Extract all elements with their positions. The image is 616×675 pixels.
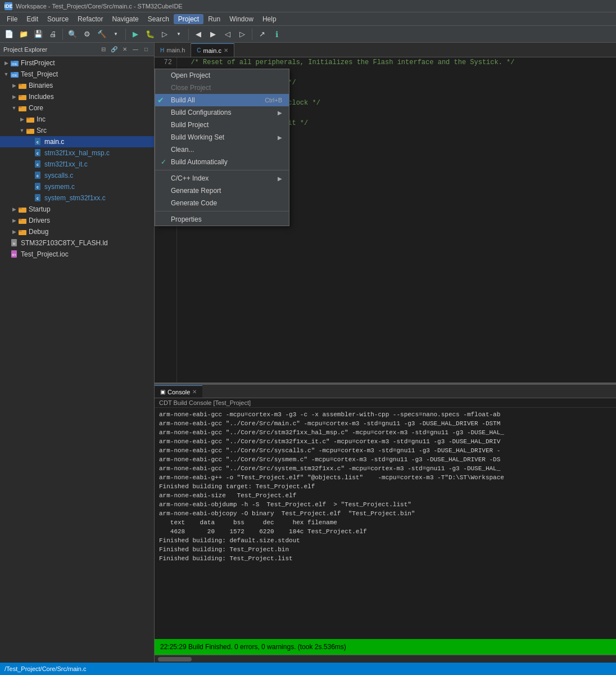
menu-item-source[interactable]: Source — [43, 14, 73, 24]
tree-arrow-icon[interactable]: ▶ — [2, 59, 10, 67]
tree-item[interactable]: ▶Binaries — [0, 80, 154, 91]
toolbar-nav-fwd2[interactable]: ▷ — [235, 28, 249, 41]
tree-arrow-icon[interactable] — [26, 183, 34, 191]
tree-arrow-icon[interactable]: ▶ — [10, 93, 18, 101]
toolbar-debug[interactable]: 🐛 — [143, 28, 157, 41]
console-tab-main[interactable]: ▣ Console ✕ — [155, 385, 202, 398]
tab-main-h[interactable]: H main.h — [155, 43, 191, 57]
toolbar-run2-arrow[interactable]: ▼ — [172, 28, 185, 41]
tree-arrow-icon[interactable]: ▼ — [10, 104, 18, 112]
tree-item[interactable]: ▶Startup — [0, 204, 154, 215]
menu-item-build-automatically[interactable]: ✓Build Automatically — [155, 156, 289, 168]
menu-item-build-working-set[interactable]: Build Working Set▶ — [155, 131, 289, 143]
menu-item-help[interactable]: Help — [258, 14, 281, 24]
scroll-thumb[interactable] — [158, 657, 192, 662]
tree-arrow-icon[interactable] — [26, 172, 34, 179]
tree-item[interactable]: ▶Debug — [0, 226, 154, 237]
tree-item[interactable]: cmain.c — [0, 136, 154, 147]
toolbar-nav-fwd[interactable]: ▶ — [206, 28, 220, 41]
svg-text:IDE: IDE — [12, 74, 17, 77]
tree-arrow-icon[interactable] — [26, 194, 34, 202]
tree-arrow-icon[interactable] — [2, 250, 10, 258]
tree-arrow-icon[interactable] — [26, 138, 34, 146]
tree-arrow-icon[interactable] — [26, 160, 34, 168]
menu-item-edit[interactable]: Edit — [22, 14, 43, 24]
console-line: arm-none-eabi-g++ -o "Test_Project.elf" … — [159, 473, 612, 482]
toolbar-settings[interactable]: ⚙ — [80, 28, 94, 41]
sidebar-maximize[interactable]: □ — [142, 45, 151, 54]
menu-item-refactor[interactable]: Refactor — [73, 14, 107, 24]
toolbar-nav-back2[interactable]: ◁ — [221, 28, 234, 41]
tree-item[interactable]: cstm32f1xx_it.c — [0, 159, 154, 170]
sidebar-minimize[interactable]: — — [131, 45, 140, 54]
toolbar-open[interactable]: 📁 — [17, 28, 30, 41]
tree-item[interactable]: ▶Includes — [0, 91, 154, 102]
toolbar-nav-back[interactable]: ◀ — [192, 28, 205, 41]
tree-item[interactable]: csystem_stm32f1xx.c — [0, 192, 154, 204]
line-number: 72 — [159, 57, 172, 68]
tree-item[interactable]: cstm32f1xx_hal_msp.c — [0, 147, 154, 159]
horizontal-scrollbar[interactable] — [155, 655, 616, 663]
tree-item[interactable]: ▼Core — [0, 102, 154, 114]
sidebar-collapse-all[interactable]: ⊟ — [99, 45, 108, 54]
tree-item[interactable]: ldSTM32F103C8TX_FLASH.ld — [0, 237, 154, 249]
menu-item-file[interactable]: File — [2, 14, 22, 24]
tree-item[interactable]: ▼IDETest_Project — [0, 69, 154, 80]
tree-label: Core — [29, 104, 43, 112]
menu-item-window[interactable]: Window — [225, 14, 258, 24]
toolbar-print[interactable]: 🖨 — [46, 28, 60, 41]
tree-item[interactable]: csysmem.c — [0, 181, 154, 192]
console-panel: ▣ Console ✕ CDT Build Console [Test_Proj… — [155, 385, 616, 655]
tree-arrow-icon[interactable]: ▶ — [10, 82, 18, 89]
toolbar-hammer-arrow[interactable]: ▼ — [109, 28, 123, 41]
tree-item[interactable]: ▶IDEFirstProject — [0, 57, 154, 69]
checkmark-icon: ✓ — [161, 158, 166, 166]
menu-item-run[interactable]: Run — [203, 14, 225, 24]
tree-item[interactable]: ▶Inc — [0, 114, 154, 125]
tree-arrow-icon[interactable] — [2, 239, 10, 247]
tree-item[interactable]: ▶Drivers — [0, 215, 154, 226]
menu-item-label: Close Project — [171, 84, 211, 92]
tree-arrow-icon[interactable]: ▶ — [10, 217, 18, 224]
tree-item[interactable]: ▼Src — [0, 125, 154, 136]
tree-item[interactable]: csyscalls.c — [0, 170, 154, 181]
menu-item-c/c++-index[interactable]: C/C++ Index▶ — [155, 172, 289, 184]
menu-item-build-project[interactable]: Build Project — [155, 119, 289, 131]
toolbar-hammer[interactable]: 🔨 — [95, 28, 108, 41]
tree-arrow-icon[interactable]: ▶ — [10, 228, 18, 236]
tab-main-c-close[interactable]: ✕ — [224, 47, 228, 53]
toolbar-export[interactable]: ↗ — [255, 28, 269, 41]
toolbar-run[interactable]: ▶ — [129, 28, 142, 41]
ide-icon: IDE — [4, 2, 12, 10]
menu-item-label: Build All — [171, 96, 195, 104]
sidebar-link-editor[interactable]: 🔗 — [110, 45, 119, 54]
toolbar-run2[interactable]: ▷ — [158, 28, 171, 41]
menu-item-project[interactable]: Project — [174, 14, 203, 24]
menu-item-generate-report[interactable]: Generate Report — [155, 184, 289, 197]
tree-item[interactable]: MXTest_Project.ioc — [0, 249, 154, 260]
tree-arrow-icon[interactable]: ▼ — [2, 70, 10, 78]
menu-item-search[interactable]: Search — [143, 14, 174, 24]
tree-arrow-icon[interactable]: ▶ — [18, 115, 26, 123]
tree-arrow-icon[interactable]: ▼ — [18, 127, 26, 134]
menu-item-build-all[interactable]: ✔Build AllCtrl+B — [155, 94, 289, 106]
toolbar-sep-4 — [252, 29, 252, 40]
tree-arrow-icon[interactable]: ▶ — [10, 205, 18, 213]
toolbar-search[interactable]: 🔍 — [66, 28, 79, 41]
menu-item-navigate[interactable]: Navigate — [107, 14, 143, 24]
tree-file-icon: c — [34, 182, 43, 191]
menu-item-open-project[interactable]: Open Project — [155, 69, 289, 82]
menu-item-properties[interactable]: Properties — [155, 213, 289, 226]
toolbar-info[interactable]: ℹ — [270, 28, 283, 41]
sidebar-hide[interactable]: ✕ — [120, 45, 129, 54]
console-line: 4628 20 1572 6220 184c Test_Project.elf — [159, 527, 612, 536]
toolbar-save[interactable]: 💾 — [31, 28, 45, 41]
toolbar-new[interactable]: 📄 — [2, 28, 16, 41]
console-output[interactable]: arm-none-eabi-gcc -mcpu=cortex-m3 -g3 -c… — [155, 408, 616, 639]
menu-item-clean[interactable]: Clean... — [155, 143, 289, 156]
tab-main-c[interactable]: C main.c ✕ — [191, 43, 234, 57]
menu-item-generate-code[interactable]: Generate Code — [155, 197, 289, 209]
menu-item-build-configurations[interactable]: Build Configurations▶ — [155, 106, 289, 119]
svg-text:MX: MX — [12, 253, 16, 256]
tree-arrow-icon[interactable] — [26, 149, 34, 157]
